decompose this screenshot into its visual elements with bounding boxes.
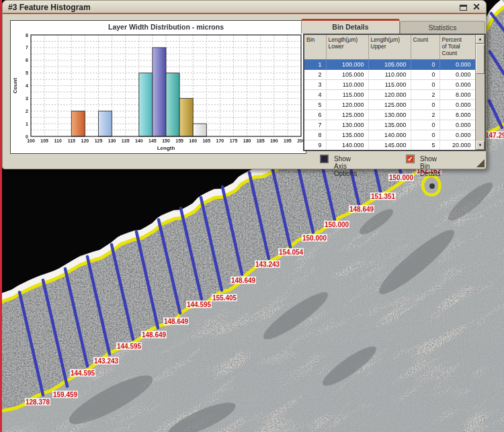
scroll-down-button[interactable]: ▼ [476,141,485,150]
table-row[interactable]: 4115.000120.00028.000 [304,89,475,99]
table-cell: 7 [304,120,326,130]
bin-table-body: 1100.000105.00000.0002105.000110.00000.0… [304,59,475,150]
table-cell: 0 [411,99,439,110]
table-cell: 0.000 [439,120,475,130]
svg-text:120: 120 [81,138,89,143]
column-header: Bin [304,35,326,59]
table-cell: 20.000 [439,140,475,150]
table-cell: 145.000 [368,140,411,150]
svg-text:7: 7 [26,45,28,50]
histogram-bar [179,98,193,136]
screen: 128.378159.459144.595143.243144.595148.6… [0,0,504,432]
svg-text:3: 3 [26,96,28,101]
svg-text:Length: Length [157,145,175,151]
svg-text:5: 5 [26,71,28,75]
bin-table-header: BinLength(µm) LowerLength(µm) UpperCount… [304,35,475,59]
window-title: #3 Feature Histogram [8,3,91,12]
table-cell: 115.000 [368,79,411,89]
table-cell: 8.000 [439,89,475,99]
svg-text:105: 105 [40,138,48,143]
svg-text:Layer Width Distribution - mic: Layer Width Distribution - microns [108,23,224,31]
svg-text:175: 175 [230,138,238,143]
column-header: Count [411,35,439,59]
table-row[interactable]: 9140.000145.000520.000 [304,140,475,150]
table-cell: 120.000 [368,89,411,99]
scroll-up-button[interactable]: ▲ [476,35,485,44]
table-cell: 100.000 [326,59,368,69]
svg-text:170: 170 [216,138,224,143]
tab-bar: Bin Details Statistics [301,18,485,34]
table-cell: 110.000 [326,79,368,89]
svg-text:2: 2 [26,109,28,114]
svg-text:190: 190 [270,138,278,143]
histogram-bar [193,124,206,136]
feature-histogram-window: #3 Feature Histogram ✕ 10010511011512012… [2,0,487,169]
table-scrollbar[interactable]: ▲ ▼ [475,35,485,150]
show-axis-options-checkbox[interactable] [320,155,329,163]
column-header: Length(µm) Upper [368,35,411,59]
table-row[interactable]: 5120.000125.00000.000 [304,99,475,110]
bin-table: BinLength(µm) LowerLength(µm) UpperCount… [304,35,475,150]
tab-statistics[interactable]: Statistics [400,21,485,34]
svg-text:165: 165 [202,138,210,143]
table-cell: 130.000 [326,120,368,130]
table-row[interactable]: 1100.000105.00000.000 [304,59,475,69]
svg-text:Count: Count [12,78,18,93]
close-button[interactable]: ✕ [472,1,480,12]
table-cell: 5 [411,140,439,150]
svg-text:160: 160 [189,138,197,143]
table-cell: 6 [304,110,326,120]
svg-text:8: 8 [26,33,28,38]
table-cell: 8.000 [439,110,475,120]
column-header: Percent of Total Count [439,35,475,59]
bin-details-table-box: BinLength(µm) LowerLength(µm) UpperCount… [303,34,486,151]
table-cell: 5 [304,99,326,110]
svg-text:195: 195 [284,138,292,143]
histogram-chart-panel: 1001051101151201251301351401451501551601… [10,20,306,154]
table-cell: 125.000 [326,110,368,120]
table-cell: 135.000 [368,120,411,130]
svg-text:145: 145 [149,138,157,143]
tab-bin-details[interactable]: Bin Details [301,19,400,34]
column-header: Length(µm) Lower [326,35,368,59]
resize-grip[interactable] [476,159,485,167]
svg-text:125: 125 [95,138,103,143]
table-cell: 2 [304,69,326,79]
svg-text:110: 110 [54,138,62,143]
table-cell: 140.000 [368,130,411,140]
svg-text:185: 185 [257,138,265,143]
table-row[interactable]: 7130.000135.00000.000 [304,120,475,130]
table-cell: 0.000 [439,79,475,89]
table-cell: 3 [304,79,326,89]
svg-text:0: 0 [26,134,28,139]
table-row[interactable]: 6125.000130.00028.000 [304,110,475,120]
svg-text:180: 180 [243,138,251,143]
histogram-bar [71,111,85,136]
bin-table-wrap: BinLength(µm) LowerLength(µm) UpperCount… [304,35,475,150]
table-row[interactable]: 3110.000115.00000.000 [304,79,475,89]
histogram-bar [153,48,166,136]
table-row[interactable]: 2105.000110.00000.000 [304,69,475,79]
table-cell: 0 [411,59,439,69]
svg-text:150: 150 [162,138,170,143]
table-cell: 4 [304,89,326,99]
scrollbar-thumb[interactable] [476,44,485,74]
histogram-bar [139,73,153,136]
table-cell: 0.000 [439,59,475,69]
table-cell: 130.000 [368,110,411,120]
maximize-button[interactable] [460,5,467,11]
table-cell: 8 [304,130,326,140]
histogram-chart: 1001051101151201251301351401451501551601… [11,21,306,153]
table-cell: 105.000 [368,59,411,69]
table-cell: 0.000 [439,99,475,110]
histogram-bar [99,111,112,136]
table-row[interactable]: 8135.000140.00000.000 [304,130,475,140]
show-bin-details-checkbox[interactable]: ✓ [406,155,415,163]
svg-text:115: 115 [68,138,75,143]
window-titlebar[interactable]: #3 Feature Histogram ✕ [3,1,486,14]
table-cell: 0.000 [439,69,475,79]
table-cell: 135.000 [326,130,368,140]
table-cell: 125.000 [368,99,411,110]
table-cell: 120.000 [326,99,368,110]
table-cell: 110.000 [368,69,411,79]
